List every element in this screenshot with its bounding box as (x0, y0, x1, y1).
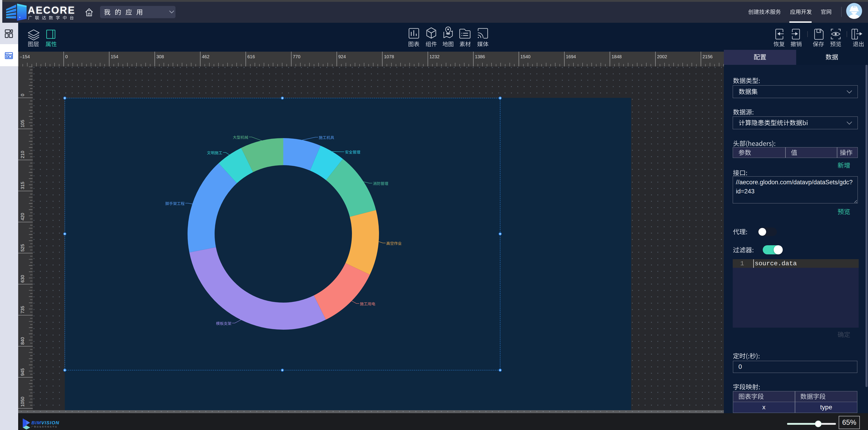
svg-text:210: 210 (20, 151, 25, 159)
svg-text:945: 945 (20, 368, 25, 376)
svg-text:1050: 1050 (20, 397, 25, 407)
svg-text:525: 525 (20, 244, 25, 252)
svg-text:315: 315 (20, 182, 25, 189)
svg-text:105: 105 (20, 120, 25, 127)
svg-text:420: 420 (20, 213, 25, 221)
svg-text:0: 0 (20, 94, 25, 96)
svg-text:840: 840 (20, 337, 25, 345)
svg-text:735: 735 (20, 306, 25, 314)
svg-text:630: 630 (20, 275, 25, 283)
